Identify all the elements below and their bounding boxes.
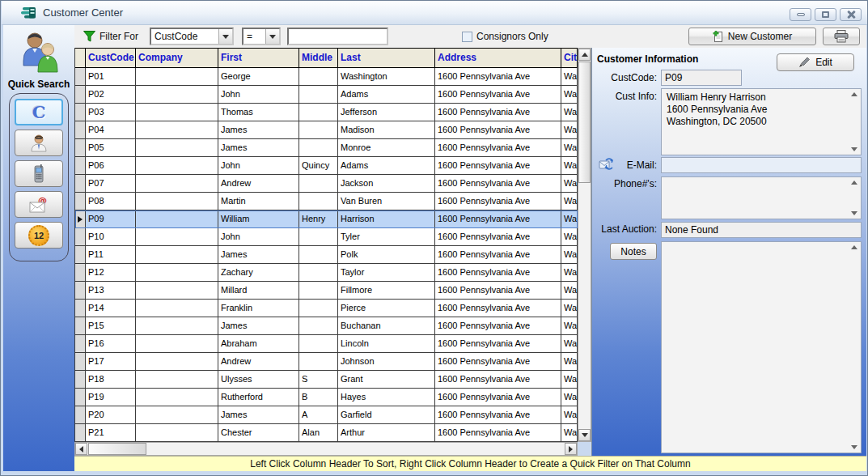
grid-cell[interactable]: 1600 Pennsylvania Ave	[435, 317, 561, 335]
grid-cell[interactable]: Washington	[561, 210, 578, 228]
grid-cell[interactable]	[299, 317, 338, 335]
grid-cell[interactable]: 1600 Pennsylvania Ave	[435, 104, 561, 121]
grid-cell[interactable]	[299, 282, 338, 300]
close-button[interactable]	[840, 8, 862, 21]
table-row-p17[interactable]: P17AndrewJohnson1600 Pennsylvania AveWas…	[75, 353, 578, 371]
grid-cell[interactable]	[136, 264, 218, 282]
column-header-first[interactable]: First	[218, 48, 299, 68]
grid-cell[interactable]: Washington	[561, 228, 578, 246]
table-row-p06[interactable]: P06JohnQuincyAdams1600 Pennsylvania AveW…	[75, 157, 578, 175]
column-header-last[interactable]: Last	[338, 48, 435, 68]
table-row-p13[interactable]: P13MillardFillmore1600 Pennsylvania AveW…	[75, 282, 578, 300]
grid-cell[interactable]: 1600 Pennsylvania Ave	[435, 175, 561, 193]
scroll-up-button[interactable]	[578, 49, 591, 61]
grid-cell[interactable]: Chester	[218, 424, 299, 442]
grid-cell[interactable]: Adams	[338, 157, 435, 175]
table-row-p08[interactable]: P08MartinVan Buren1600 Pennsylvania AveW…	[75, 193, 578, 210]
grid-cell[interactable]: Van Buren	[338, 193, 435, 210]
grid-cell[interactable]	[136, 121, 218, 139]
grid-cell[interactable]: 1600 Pennsylvania Ave	[435, 121, 561, 139]
quick-search-contact-button[interactable]	[15, 130, 63, 156]
grid-cell[interactable]: Thomas	[218, 104, 299, 121]
scroll-down-icon[interactable]	[851, 147, 857, 151]
grid-cell[interactable]: Washington	[561, 68, 578, 86]
grid-cell[interactable]: 1600 Pennsylvania Ave	[435, 157, 561, 175]
grid-cell[interactable]	[299, 104, 338, 121]
grid-cell[interactable]: Henry	[299, 210, 338, 228]
grid-cell[interactable]: Washington	[338, 68, 435, 86]
grid-cell[interactable]	[136, 139, 218, 157]
grid-cell[interactable]	[136, 157, 218, 175]
scroll-up-icon[interactable]	[851, 92, 857, 96]
grid-cell[interactable]: Washington	[561, 246, 578, 264]
grid-cell[interactable]: James	[218, 317, 299, 335]
grid-cell[interactable]	[299, 86, 338, 104]
grid-cell[interactable]	[299, 335, 338, 353]
grid-cell[interactable]: P18	[86, 371, 136, 389]
table-row-p02[interactable]: P02JohnAdams1600 Pennsylvania AveWashing…	[75, 86, 578, 104]
grid-cell[interactable]: A	[299, 406, 338, 424]
grid-cell[interactable]: S	[299, 371, 338, 389]
filter-value-input[interactable]	[287, 28, 388, 45]
grid-cell[interactable]: Lincoln	[338, 335, 435, 353]
grid-cell[interactable]: P21	[86, 424, 136, 442]
grid-cell[interactable]: P14	[86, 300, 136, 317]
grid-cell[interactable]	[136, 317, 218, 335]
grid-cell[interactable]: P07	[86, 175, 136, 193]
grid-cell[interactable]: John	[218, 157, 299, 175]
grid-cell[interactable]	[136, 175, 218, 193]
grid-cell[interactable]: Martin	[218, 193, 299, 210]
grid-cell[interactable]: Washington	[561, 104, 578, 121]
table-row-p10[interactable]: P10JohnTyler1600 Pennsylvania AveWashing…	[75, 228, 578, 246]
vertical-scroll-thumb[interactable]	[578, 62, 591, 183]
grid-cell[interactable]: James	[218, 121, 299, 139]
grid-cell[interactable]: Jefferson	[338, 104, 435, 121]
grid-cell[interactable]: Washington	[561, 139, 578, 157]
grid-cell[interactable]: Washington	[561, 264, 578, 282]
phones-box[interactable]	[661, 176, 862, 219]
grid-cell[interactable]: James	[218, 246, 299, 264]
grid-cell[interactable]	[299, 193, 338, 210]
grid-cell[interactable]	[299, 353, 338, 371]
grid-cell[interactable]: Washington	[561, 300, 578, 317]
table-row-p18[interactable]: P18UlyssesSGrant1600 Pennsylvania AveWas…	[75, 371, 578, 389]
grid-cell[interactable]: Fillmore	[338, 282, 435, 300]
quick-search-auction-button[interactable]: 12	[15, 222, 63, 249]
grid-cell[interactable]: P15	[86, 317, 136, 335]
grid-cell[interactable]: Andrew	[218, 175, 299, 193]
scroll-up-icon[interactable]	[851, 181, 857, 185]
grid-cell[interactable]	[299, 121, 338, 139]
quick-search-phone-button[interactable]	[15, 160, 63, 187]
grid-cell[interactable]: Rutherford	[218, 389, 299, 406]
horizontal-scroll-thumb[interactable]	[88, 443, 146, 455]
grid-cell[interactable]: Franklin	[218, 300, 299, 317]
grid-cell[interactable]: Washington	[561, 317, 578, 335]
grid-cell[interactable]: P04	[86, 121, 136, 139]
edit-button[interactable]: Edit	[777, 53, 854, 71]
grid-cell[interactable]	[136, 389, 218, 406]
scroll-down-button[interactable]	[578, 429, 591, 441]
scroll-down-icon[interactable]	[851, 445, 857, 449]
grid-cell[interactable]	[299, 175, 338, 193]
grid-cell[interactable]: Washington	[561, 335, 578, 353]
grid-cell[interactable]: 1600 Pennsylvania Ave	[435, 228, 561, 246]
table-row-p09[interactable]: P09WilliamHenryHarrison1600 Pennsylvania…	[75, 210, 578, 228]
grid-cell[interactable]	[136, 406, 218, 424]
grid-cell[interactable]: Washington	[561, 193, 578, 210]
grid-cell[interactable]: Washington	[561, 406, 578, 424]
email-field[interactable]	[661, 157, 862, 173]
column-header-city[interactable]: City	[561, 48, 578, 68]
grid-cell[interactable]	[136, 300, 218, 317]
grid-cell[interactable]: Ulysses	[218, 371, 299, 389]
grid-cell[interactable]: Abraham	[218, 335, 299, 353]
grid-cell[interactable]	[299, 246, 338, 264]
table-row-p11[interactable]: P11JamesPolk1600 Pennsylvania AveWashing…	[75, 246, 578, 264]
grid-cell[interactable]: 1600 Pennsylvania Ave	[435, 371, 561, 389]
notes-button[interactable]: Notes	[610, 243, 657, 260]
grid-cell[interactable]: Harrison	[338, 210, 435, 228]
grid-vertical-scrollbar[interactable]	[578, 48, 591, 442]
grid-cell[interactable]: 1600 Pennsylvania Ave	[435, 264, 561, 282]
quick-search-custcode-button[interactable]: C	[15, 99, 63, 125]
grid-cell[interactable]: Washington	[561, 424, 578, 442]
grid-cell[interactable]: Arthur	[338, 424, 435, 442]
